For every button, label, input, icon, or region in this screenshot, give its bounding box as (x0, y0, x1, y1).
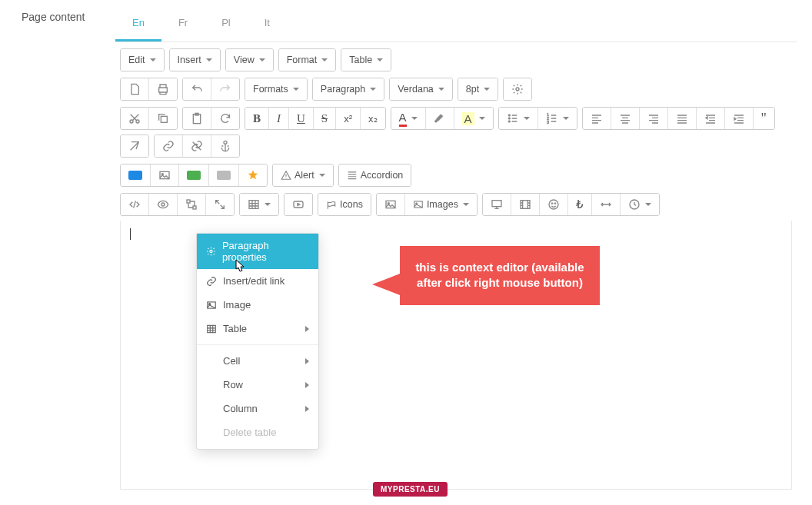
align-center-button[interactable] (611, 108, 640, 129)
preview-button[interactable] (149, 194, 178, 215)
hr-button[interactable] (592, 194, 621, 215)
accordion-button[interactable]: Accordion (339, 164, 411, 186)
strikethrough-button[interactable]: S (314, 108, 336, 129)
link-button[interactable] (155, 135, 183, 157)
icons-button[interactable]: Icons (318, 194, 371, 215)
svg-point-7 (508, 118, 511, 120)
paste-button[interactable] (183, 108, 211, 129)
star-button[interactable] (239, 164, 267, 186)
svg-rect-24 (492, 201, 501, 207)
italic-button[interactable]: I (269, 108, 289, 129)
svg-rect-33 (208, 325, 216, 332)
table-insert-button[interactable] (240, 194, 278, 215)
paragraph-select[interactable]: Paragraph (313, 78, 384, 100)
cursor-pointer-icon (231, 258, 246, 277)
bold-button[interactable]: B (245, 108, 269, 129)
refresh-button[interactable] (211, 108, 239, 129)
clear-format-button[interactable] (121, 135, 148, 157)
ctx-image[interactable]: Image (197, 293, 318, 317)
tab-fr[interactable]: Fr (161, 6, 205, 42)
font-size-select[interactable]: 8pt (458, 78, 498, 100)
indent-button[interactable] (725, 108, 754, 129)
ctx-table[interactable]: Table (197, 317, 318, 341)
font-select[interactable]: Verdana (390, 78, 452, 100)
menu-edit[interactable]: Edit (121, 49, 164, 71)
code-button[interactable] (121, 194, 149, 215)
svg-point-15 (161, 203, 165, 206)
svg-point-8 (508, 121, 511, 123)
align-left-button[interactable] (583, 108, 611, 129)
menu-table[interactable]: Table (341, 49, 391, 71)
redo-button[interactable] (211, 78, 239, 100)
menu-insert[interactable]: Insert (170, 49, 220, 71)
outdent-button[interactable] (697, 108, 725, 129)
emoji-button[interactable] (540, 194, 568, 215)
subscript-button[interactable]: x₂ (361, 108, 385, 129)
svg-point-6 (508, 115, 511, 117)
toolbar-row-5: Icons Images ₺ (115, 187, 797, 216)
context-menu: Paragraph properties Insert/edit link Im… (196, 233, 319, 450)
menu-format[interactable]: Format (279, 49, 336, 71)
anchor-button[interactable] (211, 135, 239, 157)
align-justify-button[interactable] (668, 108, 697, 129)
blockquote-button[interactable]: " (754, 108, 774, 129)
monitor-button[interactable] (483, 194, 511, 215)
svg-text:3: 3 (547, 121, 549, 125)
tab-en[interactable]: En (115, 6, 161, 42)
cut-button[interactable] (121, 108, 149, 129)
images-dropdown[interactable]: Images (405, 194, 477, 215)
number-list-button[interactable]: 123 (538, 108, 577, 129)
fullscreen-button[interactable] (206, 194, 234, 215)
toolbar-row-2: Formats Paragraph Verdana 8pt (115, 71, 797, 101)
text-color-button[interactable]: A (391, 108, 426, 129)
svg-rect-17 (193, 206, 196, 209)
text-cursor (130, 228, 131, 240)
transform-button[interactable] (178, 194, 206, 215)
watermark-badge: MYPRESTA.EU (373, 482, 448, 497)
svg-point-27 (551, 203, 553, 204)
brush-button[interactable] (426, 108, 454, 129)
svg-point-0 (516, 88, 519, 91)
svg-point-30 (210, 250, 212, 252)
youtube-button[interactable] (285, 194, 312, 215)
unlink-button[interactable] (183, 135, 211, 157)
new-document-button[interactable] (121, 78, 149, 100)
label-grey-button[interactable] (209, 164, 239, 186)
tab-it[interactable]: It (248, 6, 287, 42)
svg-point-12 (224, 141, 227, 144)
underline-button[interactable]: U (289, 108, 314, 129)
menubar: Edit Insert View Format Table (115, 42, 797, 71)
image-widget-button[interactable] (151, 164, 179, 186)
svg-point-26 (549, 200, 558, 209)
settings-button[interactable] (504, 78, 531, 100)
field-label: Page content (8, 6, 115, 490)
currency-button[interactable]: ₺ (568, 194, 592, 215)
ctx-paragraph-properties[interactable]: Paragraph properties (197, 234, 318, 269)
superscript-button[interactable]: x² (336, 108, 361, 129)
formats-select[interactable]: Formats (245, 78, 307, 100)
clock-button[interactable] (621, 194, 659, 215)
highlight-button[interactable]: A (454, 108, 493, 129)
film-button[interactable] (511, 194, 540, 215)
svg-point-28 (554, 203, 556, 204)
ctx-row[interactable]: Row (197, 373, 318, 397)
ctx-cell[interactable]: Cell (197, 349, 318, 373)
toolbar-row-3: B I U S x² x₂ A A 123 (115, 101, 797, 158)
label-green-button[interactable] (179, 164, 209, 186)
ctx-insert-link[interactable]: Insert/edit link (197, 269, 318, 293)
toolbar-row-4: Alert Accordion (115, 158, 797, 187)
align-right-button[interactable] (640, 108, 668, 129)
btn-widget-button[interactable] (121, 164, 151, 186)
print-button[interactable] (149, 78, 177, 100)
alert-button[interactable]: Alert (273, 164, 333, 186)
svg-rect-16 (187, 200, 190, 203)
insert-image-button[interactable] (377, 194, 405, 215)
menu-view[interactable]: View (226, 49, 273, 71)
ctx-column[interactable]: Column (197, 397, 318, 420)
tab-pl[interactable]: Pl (205, 6, 248, 42)
undo-button[interactable] (183, 78, 211, 100)
bullet-list-button[interactable] (499, 108, 538, 129)
ctx-delete-table: Delete table (197, 420, 318, 444)
copy-button[interactable] (149, 108, 177, 129)
svg-rect-3 (161, 116, 167, 122)
